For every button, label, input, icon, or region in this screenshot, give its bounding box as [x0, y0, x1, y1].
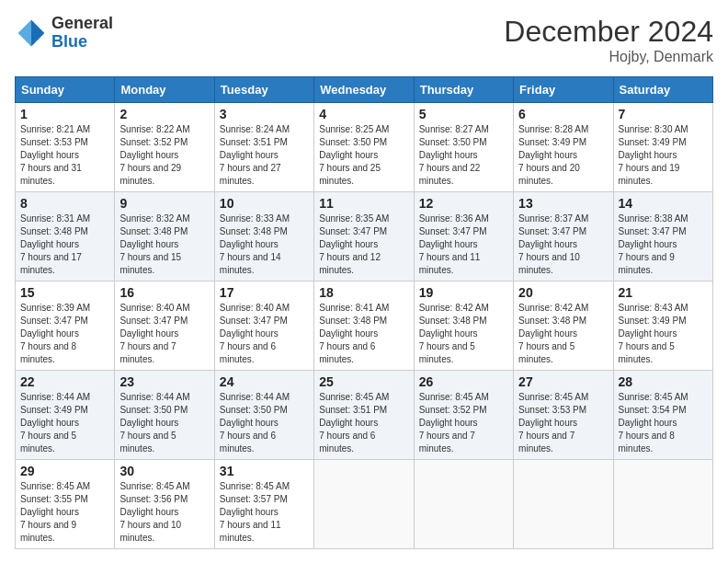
day-info: Sunrise: 8:44 AMSunset: 3:50 PMDaylight …	[220, 391, 309, 455]
day-number: 26	[419, 374, 508, 389]
month-title: December 2024	[504, 15, 713, 49]
day-info: Sunrise: 8:37 AMSunset: 3:47 PMDaylight …	[518, 213, 608, 277]
calendar-cell: 27Sunrise: 8:45 AMSunset: 3:53 PMDayligh…	[514, 371, 613, 460]
calendar-cell: 15Sunrise: 8:39 AMSunset: 3:47 PMDayligh…	[16, 282, 115, 371]
calendar-cell: 29Sunrise: 8:45 AMSunset: 3:55 PMDayligh…	[16, 460, 115, 549]
calendar-week-row: 8Sunrise: 8:31 AMSunset: 3:48 PMDaylight…	[16, 192, 713, 282]
day-number: 28	[619, 374, 708, 389]
logo-icon	[15, 17, 48, 50]
day-number: 7	[619, 107, 708, 121]
calendar-cell: 20Sunrise: 8:42 AMSunset: 3:48 PMDayligh…	[514, 282, 613, 371]
day-number: 3	[220, 107, 309, 121]
calendar-week-row: 1Sunrise: 8:21 AMSunset: 3:53 PMDaylight…	[16, 103, 713, 192]
calendar-cell: 1Sunrise: 8:21 AMSunset: 3:53 PMDaylight…	[16, 103, 115, 192]
calendar-cell: 3Sunrise: 8:24 AMSunset: 3:51 PMDaylight…	[214, 103, 313, 192]
day-number: 17	[220, 285, 309, 300]
calendar-cell: 4Sunrise: 8:25 AMSunset: 3:50 PMDaylight…	[314, 103, 414, 192]
day-number: 13	[518, 196, 608, 211]
day-number: 22	[20, 374, 109, 389]
calendar-cell: 8Sunrise: 8:31 AMSunset: 3:48 PMDaylight…	[16, 192, 115, 282]
day-info: Sunrise: 8:27 AMSunset: 3:50 PMDaylight …	[419, 123, 508, 188]
day-number: 18	[319, 285, 408, 300]
calendar-cell	[414, 460, 513, 549]
weekday-header: Saturday	[613, 77, 712, 103]
weekday-header: Wednesday	[314, 77, 414, 103]
calendar-cell: 25Sunrise: 8:45 AMSunset: 3:51 PMDayligh…	[314, 371, 414, 460]
day-info: Sunrise: 8:24 AMSunset: 3:51 PMDaylight …	[220, 123, 309, 188]
day-info: Sunrise: 8:40 AMSunset: 3:47 PMDaylight …	[220, 302, 309, 366]
calendar-cell	[314, 460, 414, 549]
day-number: 23	[119, 374, 209, 389]
day-info: Sunrise: 8:45 AMSunset: 3:51 PMDaylight …	[319, 391, 408, 455]
calendar-table: SundayMondayTuesdayWednesdayThursdayFrid…	[15, 76, 713, 549]
page-header: General Blue December 2024 Hojby, Denmar…	[15, 15, 713, 65]
day-info: Sunrise: 8:40 AMSunset: 3:47 PMDaylight …	[119, 302, 209, 366]
day-number: 20	[518, 285, 608, 300]
day-info: Sunrise: 8:45 AMSunset: 3:54 PMDaylight …	[619, 391, 708, 455]
day-number: 8	[20, 196, 109, 211]
weekday-header: Sunday	[16, 77, 115, 103]
weekday-header: Monday	[115, 77, 214, 103]
calendar-cell: 26Sunrise: 8:45 AMSunset: 3:52 PMDayligh…	[414, 371, 513, 460]
svg-marker-1	[18, 19, 31, 46]
calendar-header-row: SundayMondayTuesdayWednesdayThursdayFrid…	[16, 77, 713, 103]
calendar-cell	[514, 460, 613, 549]
calendar-cell: 12Sunrise: 8:36 AMSunset: 3:47 PMDayligh…	[414, 192, 513, 282]
day-number: 12	[419, 196, 508, 211]
weekday-header: Tuesday	[214, 77, 313, 103]
day-number: 16	[119, 285, 209, 300]
day-number: 25	[319, 374, 408, 389]
logo: General Blue	[15, 15, 113, 52]
day-info: Sunrise: 8:45 AMSunset: 3:55 PMDaylight …	[20, 480, 109, 545]
day-info: Sunrise: 8:33 AMSunset: 3:48 PMDaylight …	[220, 213, 309, 277]
day-number: 4	[319, 107, 408, 121]
location: Hojby, Denmark	[504, 49, 713, 65]
calendar-cell: 9Sunrise: 8:32 AMSunset: 3:48 PMDaylight…	[115, 192, 214, 282]
day-info: Sunrise: 8:21 AMSunset: 3:53 PMDaylight …	[20, 123, 109, 188]
day-info: Sunrise: 8:35 AMSunset: 3:47 PMDaylight …	[319, 213, 408, 277]
calendar-cell: 30Sunrise: 8:45 AMSunset: 3:56 PMDayligh…	[115, 460, 214, 549]
day-info: Sunrise: 8:38 AMSunset: 3:47 PMDaylight …	[619, 213, 708, 277]
day-info: Sunrise: 8:44 AMSunset: 3:49 PMDaylight …	[20, 391, 109, 455]
day-info: Sunrise: 8:42 AMSunset: 3:48 PMDaylight …	[518, 302, 608, 366]
day-info: Sunrise: 8:32 AMSunset: 3:48 PMDaylight …	[119, 213, 209, 277]
day-number: 21	[619, 285, 708, 300]
day-number: 5	[419, 107, 508, 121]
calendar-cell: 18Sunrise: 8:41 AMSunset: 3:48 PMDayligh…	[314, 282, 414, 371]
day-info: Sunrise: 8:25 AMSunset: 3:50 PMDaylight …	[319, 123, 408, 188]
weekday-header: Friday	[514, 77, 613, 103]
day-number: 1	[20, 107, 109, 121]
day-number: 29	[20, 464, 109, 478]
day-info: Sunrise: 8:43 AMSunset: 3:49 PMDaylight …	[619, 302, 708, 366]
day-info: Sunrise: 8:45 AMSunset: 3:57 PMDaylight …	[220, 480, 309, 545]
calendar-cell: 14Sunrise: 8:38 AMSunset: 3:47 PMDayligh…	[613, 192, 712, 282]
day-info: Sunrise: 8:45 AMSunset: 3:52 PMDaylight …	[419, 391, 508, 455]
day-number: 11	[319, 196, 408, 211]
day-number: 30	[119, 464, 209, 478]
logo-blue: Blue	[51, 32, 87, 51]
calendar-cell: 11Sunrise: 8:35 AMSunset: 3:47 PMDayligh…	[314, 192, 414, 282]
calendar-cell: 17Sunrise: 8:40 AMSunset: 3:47 PMDayligh…	[214, 282, 313, 371]
day-info: Sunrise: 8:30 AMSunset: 3:49 PMDaylight …	[619, 123, 708, 188]
day-number: 6	[518, 107, 608, 121]
calendar-cell: 23Sunrise: 8:44 AMSunset: 3:50 PMDayligh…	[115, 371, 214, 460]
calendar-cell	[613, 460, 712, 549]
day-info: Sunrise: 8:36 AMSunset: 3:47 PMDaylight …	[419, 213, 508, 277]
calendar-cell: 24Sunrise: 8:44 AMSunset: 3:50 PMDayligh…	[214, 371, 313, 460]
day-info: Sunrise: 8:44 AMSunset: 3:50 PMDaylight …	[119, 391, 209, 455]
logo-text: General Blue	[51, 15, 113, 52]
day-number: 19	[419, 285, 508, 300]
day-info: Sunrise: 8:39 AMSunset: 3:47 PMDaylight …	[20, 302, 109, 366]
calendar-week-row: 22Sunrise: 8:44 AMSunset: 3:49 PMDayligh…	[16, 371, 713, 460]
day-number: 24	[220, 374, 309, 389]
day-info: Sunrise: 8:45 AMSunset: 3:56 PMDaylight …	[119, 480, 209, 545]
day-info: Sunrise: 8:28 AMSunset: 3:49 PMDaylight …	[518, 123, 608, 188]
calendar-cell: 2Sunrise: 8:22 AMSunset: 3:52 PMDaylight…	[115, 103, 214, 192]
day-number: 27	[518, 374, 608, 389]
calendar-cell: 22Sunrise: 8:44 AMSunset: 3:49 PMDayligh…	[16, 371, 115, 460]
calendar-week-row: 29Sunrise: 8:45 AMSunset: 3:55 PMDayligh…	[16, 460, 713, 549]
calendar-cell: 13Sunrise: 8:37 AMSunset: 3:47 PMDayligh…	[514, 192, 613, 282]
day-number: 31	[220, 464, 309, 478]
day-number: 14	[619, 196, 708, 211]
calendar-cell: 7Sunrise: 8:30 AMSunset: 3:49 PMDaylight…	[613, 103, 712, 192]
